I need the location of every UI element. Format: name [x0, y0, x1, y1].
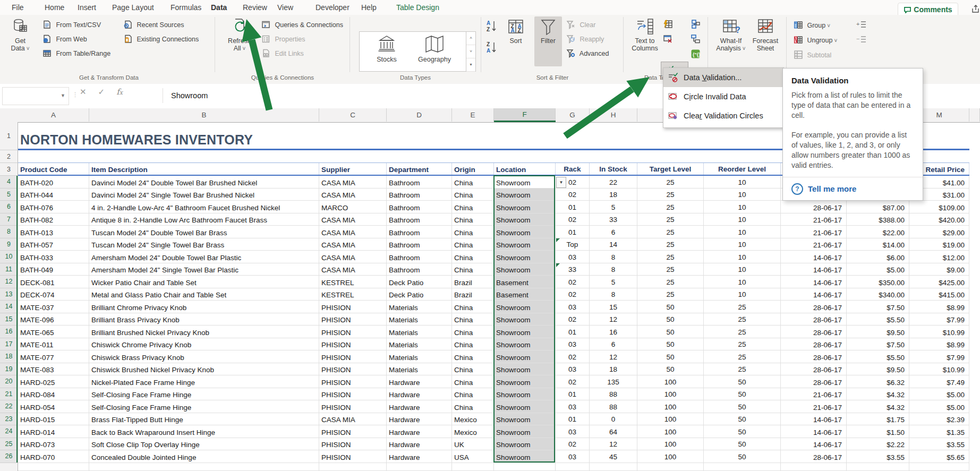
cell-C7[interactable]: CASA MIA [319, 213, 387, 226]
ungroup-button[interactable]: Ungroup˅ [794, 35, 837, 48]
cell-A18[interactable]: MATE-077 [18, 350, 89, 363]
stocks-button[interactable]: Stocks [364, 34, 410, 69]
cell-M26[interactable]: $5.65 [909, 450, 969, 463]
tell-me-more-link[interactable]: Tell me more [808, 184, 856, 193]
tab-developer[interactable]: Developer [313, 0, 352, 15]
share-icon[interactable] [971, 4, 980, 16]
queries-connections-button[interactable]: Queries & Connections [261, 20, 343, 33]
cell-F6[interactable]: Showroom [494, 201, 556, 213]
cell-J26[interactable]: 50 [704, 450, 781, 463]
what-if-analysis-button[interactable]: ? What-IfAnalysis˅ [714, 16, 748, 66]
cell-K14[interactable]: 28-06-17 [781, 301, 847, 313]
cell-H22[interactable]: 88 [590, 400, 637, 413]
cell-L26[interactable]: $3.55 [847, 450, 909, 463]
column-header-H[interactable]: H [590, 108, 637, 122]
cell-G15[interactable]: 02 [556, 313, 590, 326]
subtotal-button[interactable]: ++ Subtotal [794, 50, 831, 63]
cell-G22[interactable]: 03 [556, 400, 590, 413]
cell-M14[interactable]: $8.99 [909, 301, 969, 313]
cell-D18[interactable]: Materials [387, 350, 452, 363]
cell-K8[interactable]: 21-06-17 [781, 226, 847, 238]
cell-I23[interactable]: 100 [637, 413, 704, 426]
cell-F13[interactable]: Basement [494, 288, 556, 301]
cell-F18[interactable]: Showroom [494, 350, 556, 363]
cell-M13[interactable]: $415.00 [909, 288, 969, 301]
cell-A24[interactable]: HARD-014 [18, 425, 89, 438]
row-header-23[interactable]: 23 [0, 413, 18, 426]
row-header-20[interactable]: 20 [0, 375, 18, 388]
cell-D25[interactable]: Hardware [387, 438, 452, 451]
from-web-button[interactable]: From Web [42, 35, 87, 47]
cell-H4[interactable]: 22 [590, 176, 637, 189]
cell-H10[interactable]: 8 [590, 251, 637, 263]
cell-M25[interactable]: $3.55 [909, 438, 969, 451]
row-header-17[interactable]: 17 [0, 338, 18, 351]
cell-B18[interactable]: Chiswick Brass Privacy Knob [89, 350, 319, 363]
row-header-12[interactable]: 12 [0, 276, 18, 288]
column-header-C[interactable]: C [319, 108, 387, 122]
cell-B25[interactable]: Soft Close Clip Top Overlay Hinge [89, 438, 319, 451]
properties-button[interactable]: Properties [261, 35, 305, 47]
cell-B20[interactable]: Nickel-Plated Face Frame Hinge [89, 375, 319, 388]
cell-H21[interactable]: 88 [590, 388, 637, 401]
column-header-B[interactable]: B [89, 108, 319, 122]
cell-M11[interactable]: $9.00 [909, 263, 969, 276]
cell-H7[interactable]: 33 [590, 213, 637, 226]
cell-M22[interactable]: $5.00 [909, 400, 969, 413]
cell-D19[interactable]: Materials [387, 363, 452, 376]
cell-K13[interactable]: 14-06-17 [781, 288, 847, 301]
from-text-csv-button[interactable]: From Text/CSV [42, 20, 101, 33]
cell-J23[interactable]: 50 [704, 413, 781, 426]
cell-C21[interactable]: PHISION [319, 388, 387, 401]
cell-C25[interactable]: PHISION [319, 438, 387, 451]
cell-D11[interactable]: Bathroom [387, 263, 452, 276]
column-title-cell[interactable]: Target Level [637, 163, 704, 175]
cell-A13[interactable]: DECK-074 [18, 288, 89, 301]
cell-B22[interactable]: Self-Closing Face Frame Hinge [89, 400, 319, 413]
cell-C14[interactable]: PHISION [319, 301, 387, 313]
flash-fill-button[interactable] [663, 19, 676, 32]
cell-A25[interactable]: HARD-073 [18, 438, 89, 451]
manage-data-model-button[interactable]: {"{}"} [691, 49, 703, 62]
cell-D4[interactable]: Bathroom [387, 176, 452, 189]
column-header-D[interactable]: D [387, 108, 452, 122]
cell-E18[interactable]: China [452, 350, 494, 363]
cell-D15[interactable]: Materials [387, 313, 452, 326]
cell-J20[interactable]: 50 [704, 375, 781, 388]
column-header-G[interactable]: G [556, 108, 590, 122]
hide-detail-button[interactable]: − [856, 35, 871, 48]
cell-D17[interactable]: Materials [387, 338, 452, 351]
tab-data[interactable]: Data [209, 0, 229, 16]
cell-A20[interactable]: HARD-025 [18, 375, 89, 388]
cell-H16[interactable]: 16 [590, 326, 637, 338]
cell-F21[interactable]: Showroom [494, 388, 556, 401]
tab-insert[interactable]: Insert [75, 0, 98, 15]
cell-J9[interactable]: 10 [704, 238, 781, 251]
row-header-11[interactable]: 11 [0, 263, 18, 276]
cell-C8[interactable]: CASA MIA [319, 226, 387, 238]
cell-K21[interactable]: 21-06-17 [781, 388, 847, 401]
cell-E15[interactable]: China [452, 313, 494, 326]
existing-connections-button[interactable]: Existing Connections [123, 35, 199, 47]
cell-F15[interactable]: Showroom [494, 313, 556, 326]
cell-C6[interactable]: MARCO [319, 201, 387, 213]
cell-B9[interactable]: Tuscan Model 24" Single Towel Bar Brass [89, 238, 319, 251]
cell-B7[interactable]: Antique 8 in. 2-Handle Low Arc Bathroom … [89, 213, 319, 226]
cell-J4[interactable]: 10 [704, 176, 781, 189]
cell-M12[interactable]: $425.00 [909, 276, 969, 288]
row-header-10[interactable]: 10 [0, 251, 18, 263]
column-title-cell[interactable]: Supplier [319, 163, 387, 175]
row-header-2[interactable]: 2 [0, 150, 18, 163]
cell-D14[interactable]: Materials [387, 301, 452, 313]
cell-D16[interactable]: Materials [387, 326, 452, 338]
cell-E13[interactable]: Brazil [452, 288, 494, 301]
cell-E24[interactable]: Mexico [452, 425, 494, 438]
cell-B10[interactable]: Amersham Model 24" Double Towel Bar Plas… [89, 251, 319, 263]
cell-K6[interactable]: 28-06-17 [781, 201, 847, 213]
cell-C13[interactable]: KESTREL [319, 288, 387, 301]
cell-E20[interactable]: China [452, 375, 494, 388]
cell-K9[interactable]: 21-06-17 [781, 238, 847, 251]
name-box-caret-icon[interactable]: ▼ [61, 93, 65, 98]
row-header-9[interactable]: 9 [0, 238, 18, 251]
cell-D12[interactable]: Deck Patio [387, 276, 452, 288]
